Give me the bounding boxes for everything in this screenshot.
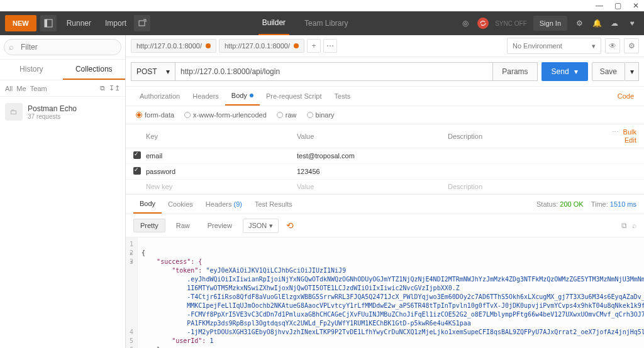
tab-options-button[interactable]: ⋯	[323, 39, 337, 53]
topbar: NEW Runner Import Builder Team Library ◎…	[0, 11, 644, 35]
unsaved-dot-icon	[294, 43, 299, 48]
main: http://127.0.0.1:8000/ http://127.0.0.1:…	[126, 35, 644, 348]
window-close[interactable]: ✕	[633, 1, 639, 10]
toggle-sidebar-icon[interactable]	[40, 15, 57, 31]
wrap-lines-icon[interactable]: ⟲	[282, 218, 297, 233]
checkbox-icon[interactable]	[133, 151, 141, 159]
request-tab-1-label: http://127.0.0.1:8000/	[136, 42, 202, 50]
environment-select[interactable]: No Environment▾	[507, 38, 601, 54]
sync-icon[interactable]	[477, 18, 489, 29]
body-type-binary[interactable]: binary	[307, 111, 335, 119]
table-row[interactable]: email test@troposal.com	[126, 148, 644, 164]
body-type-formdata[interactable]: form-data	[136, 111, 174, 119]
request-tab-2[interactable]: http://127.0.0.1:8000/	[219, 39, 304, 53]
body-type-raw[interactable]: raw	[277, 111, 297, 119]
resp-tab-headers[interactable]: Headers (9)	[199, 195, 248, 213]
request-tab-1[interactable]: http://127.0.0.1:8000/	[131, 39, 216, 53]
params-button[interactable]: Params	[493, 62, 537, 81]
sync-status: SYNC OFF	[495, 20, 527, 27]
view-raw[interactable]: Raw	[169, 219, 197, 232]
add-collection-icon[interactable]: ⧉	[100, 84, 105, 92]
lang-select[interactable]: JSON ▾	[243, 219, 279, 233]
key-cell[interactable]: email	[146, 152, 297, 160]
tab-body[interactable]: Body	[225, 87, 260, 106]
chevron-down-icon: ▾	[574, 67, 578, 76]
response-code: { "success": { "token": "eyJ0eXAiOiJKV1Q…	[138, 237, 644, 348]
svg-rect-2	[139, 21, 145, 26]
import-link[interactable]: Import	[101, 19, 130, 28]
add-tab-button[interactable]: +	[307, 39, 321, 53]
bulk-edit-link[interactable]: Bulk Edit	[623, 128, 636, 144]
collection-item[interactable]: 🗀 Postman Echo 37 requests	[0, 97, 125, 127]
checkbox-icon[interactable]	[133, 167, 141, 175]
scope-me[interactable]: Me	[16, 85, 26, 92]
response-body-viewer[interactable]: 1 ▸2 ▾3456 { "success": { "token": "eyJ0…	[126, 237, 644, 348]
capture-icon[interactable]: ◎	[460, 18, 471, 29]
heart-icon[interactable]: ♥	[626, 18, 638, 29]
cloud-icon[interactable]: ☁	[609, 18, 620, 29]
send-label: Send	[552, 67, 569, 76]
unsaved-dot-icon	[206, 43, 211, 48]
radio-on-icon	[136, 112, 142, 118]
tab-collections[interactable]: Collections	[63, 60, 126, 80]
view-pretty[interactable]: Pretty	[133, 219, 165, 232]
body-type-urlencoded[interactable]: x-www-form-urlencoded	[184, 111, 267, 119]
modified-dot-icon	[250, 94, 253, 97]
resp-tab-tests[interactable]: Test Results	[248, 195, 299, 213]
resp-tab-body[interactable]: Body	[133, 195, 162, 214]
copy-icon[interactable]: ⧉	[621, 221, 627, 230]
table-row-new[interactable]: New key Value Description	[126, 180, 644, 194]
tab-history[interactable]: History	[0, 60, 63, 80]
value-cell[interactable]: Value	[297, 183, 448, 190]
col-key: Key	[146, 133, 297, 140]
save-button[interactable]: Save	[592, 62, 625, 81]
col-desc: Description	[448, 133, 599, 140]
send-button[interactable]: Send▾	[541, 62, 588, 81]
sign-in-button[interactable]: Sign In	[533, 16, 567, 31]
sort-icon[interactable]: ↧↥	[109, 84, 120, 92]
view-preview[interactable]: Preview	[201, 219, 239, 232]
search-response-icon[interactable]: ⌕	[632, 221, 636, 230]
code-link[interactable]: Code	[615, 87, 636, 105]
sidebar: ⌕ History Collections All Me Team ⧉ ↧↥ 🗀…	[0, 35, 126, 348]
value-cell[interactable]: 123456	[297, 168, 448, 175]
collection-meta: 37 requests	[28, 113, 77, 120]
environment-label: No Environment	[513, 42, 562, 50]
key-cell[interactable]: New key	[146, 183, 297, 190]
scope-team[interactable]: Team	[30, 85, 47, 92]
save-options-button[interactable]: ▾	[625, 62, 639, 81]
tab-headers[interactable]: Headers	[186, 87, 225, 105]
env-settings-icon[interactable]: ⚙	[624, 38, 639, 53]
chevron-down-icon: ▾	[166, 67, 170, 76]
table-row[interactable]: password 123456	[126, 164, 644, 180]
desc-cell[interactable]: Description	[448, 183, 599, 190]
tab-prerequest[interactable]: Pre-request Script	[260, 87, 328, 105]
tab-team-library[interactable]: Team Library	[301, 11, 352, 35]
formdata-table: Key Value Description ⋯ Bulk Edit email …	[126, 124, 644, 195]
new-window-icon[interactable]	[134, 15, 150, 31]
radio-off-icon	[184, 112, 191, 118]
window-minimize[interactable]: —	[596, 1, 603, 10]
value-cell[interactable]: test@troposal.com	[297, 152, 448, 160]
runner-link[interactable]: Runner	[63, 19, 95, 28]
method-label: POST	[136, 67, 157, 76]
settings-icon[interactable]: ⚙	[574, 18, 585, 29]
url-input[interactable]	[175, 62, 493, 81]
resp-tab-cookies[interactable]: Cookies	[162, 195, 199, 213]
window-maximize[interactable]: ▢	[614, 1, 621, 10]
tab-builder[interactable]: Builder	[258, 11, 289, 35]
filter-input[interactable]	[4, 39, 121, 55]
env-quicklook-icon[interactable]: 👁	[605, 38, 620, 53]
svg-rect-1	[45, 19, 47, 27]
new-button[interactable]: NEW	[5, 15, 36, 31]
tab-tests[interactable]: Tests	[328, 87, 357, 105]
tab-authorization[interactable]: Authorization	[133, 87, 186, 105]
row-options-icon[interactable]: ⋯	[612, 128, 619, 136]
collection-name: Postman Echo	[28, 104, 77, 113]
notifications-icon[interactable]: 🔔	[591, 18, 602, 29]
scope-all[interactable]: All	[5, 85, 13, 92]
method-select[interactable]: POST▾	[131, 62, 175, 81]
response-status: Status: 200 OK Time: 1510 ms	[536, 200, 636, 208]
col-value: Value	[297, 133, 448, 140]
key-cell[interactable]: password	[146, 168, 297, 175]
